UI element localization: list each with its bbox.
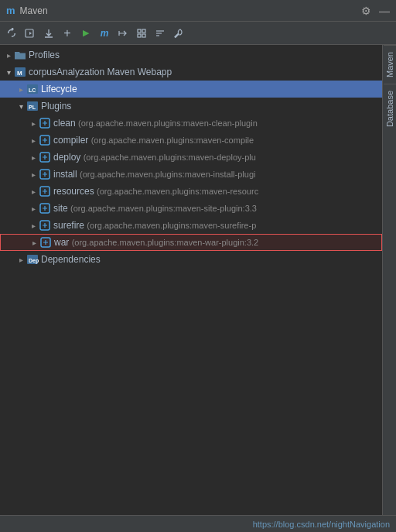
tree-arrow: ▸ — [28, 152, 39, 163]
download-button[interactable] — [40, 25, 57, 42]
status-url: https://blog.csdn.net/nightNavigation — [253, 520, 390, 529]
tree-arrow: ▸ — [15, 84, 26, 94]
tree-item-site[interactable]: ▸ site (org.apache.maven.plugins:maven-s… — [0, 200, 382, 217]
tree-arrow: ▸ — [28, 203, 39, 214]
play-button[interactable]: ▶ — [77, 25, 94, 42]
svg-rect-2 — [138, 29, 141, 33]
status-bar: https://blog.csdn.net/nightNavigation — [0, 515, 396, 532]
tree-arrow: ▾ — [3, 67, 14, 77]
tree-item-install[interactable]: ▸ install (org.apache.maven.plugins:mave… — [0, 166, 382, 183]
tree-label-lifecycle: Lifecycle — [41, 84, 77, 94]
tree-item-compiler[interactable]: ▸ compiler (org.apache.maven.plugins:mav… — [0, 132, 382, 149]
tree-item-dependencies[interactable]: ▸ Dep Dependencies — [0, 251, 382, 268]
tree-item-resources[interactable]: ▸ resources (org.apache.maven.plugins:ma… — [0, 183, 382, 200]
tree-arrow: ▸ — [3, 50, 14, 60]
tree-icon-surefire — [39, 219, 51, 232]
tree-icon-install — [39, 168, 51, 180]
svg-text:Dep: Dep — [29, 258, 39, 264]
tree-arrow: ▸ — [29, 237, 39, 248]
svg-rect-3 — [142, 29, 145, 33]
update-button[interactable] — [133, 25, 150, 42]
minimize-icon[interactable]: — — [379, 5, 390, 17]
title-bar-title: Maven — [20, 5, 48, 16]
add-button[interactable]: + — [59, 25, 76, 42]
tree-arrow: ▸ — [28, 118, 39, 129]
run-config-button[interactable] — [22, 25, 39, 42]
database-tab[interactable]: Database — [384, 84, 396, 133]
gear-icon[interactable]: ⚙ — [361, 5, 371, 17]
tree-icon-profiles — [14, 49, 26, 61]
tree-icon-compiler — [39, 134, 51, 146]
tree-item-lifecycle[interactable]: ▸ LC Lifecycle — [0, 81, 382, 98]
tree-label-compiler: compiler (org.apache.maven.plugins:maven… — [53, 135, 254, 146]
tree-label-plugins: Plugins — [41, 101, 71, 112]
title-bar-left: m Maven — [6, 5, 48, 16]
svg-text:LC: LC — [29, 88, 36, 93]
tree-label-resources: resources (org.apache.maven.plugins:mave… — [53, 186, 258, 197]
right-sidebar: Maven Database — [382, 45, 396, 515]
tree-label-profiles: Profiles — [29, 50, 60, 60]
wrench-button[interactable] — [170, 25, 187, 42]
tree-icon-plugins: PL — [26, 100, 39, 112]
tree-icon-war — [39, 236, 52, 249]
tree-icon-lifecycle: LC — [26, 83, 39, 95]
main-layout: ▸ Profiles ▾ M corpusAnalyzation Maven W… — [0, 45, 396, 515]
tree-arrow: ▸ — [28, 186, 39, 197]
tree-arrow: ▸ — [28, 169, 39, 180]
title-bar-maven-icon: m — [6, 5, 15, 16]
maven-tree[interactable]: ▸ Profiles ▾ M corpusAnalyzation Maven W… — [0, 45, 382, 515]
tree-label-dependencies: Dependencies — [41, 254, 101, 265]
title-bar: m Maven ⚙ — — [0, 0, 396, 22]
tree-item-surefire[interactable]: ▸ surefire (org.apache.maven.plugins:mav… — [0, 217, 382, 234]
tree-icon-deploy — [39, 151, 51, 163]
tree-icon-dependencies: Dep — [26, 253, 39, 266]
svg-text:PL: PL — [29, 105, 36, 110]
maven-panel: ▸ Profiles ▾ M corpusAnalyzation Maven W… — [0, 45, 382, 515]
tree-label-surefire: surefire (org.apache.maven.plugins:maven… — [53, 220, 256, 231]
maven-button[interactable]: m — [96, 25, 113, 42]
maven-tab[interactable]: Maven — [384, 45, 396, 84]
tree-label-site: site (org.apache.maven.plugins:maven-sit… — [53, 203, 257, 214]
tree-icon-site — [39, 202, 51, 215]
toolbar: + ▶ m — [0, 22, 396, 45]
tree-icon-clean — [39, 117, 51, 129]
sort-button[interactable] — [152, 25, 169, 42]
svg-rect-4 — [138, 34, 141, 37]
tree-item-clean[interactable]: ▸ clean (org.apache.maven.plugins:maven-… — [0, 115, 382, 132]
tree-item-plugins[interactable]: ▾ PL Plugins — [0, 98, 382, 115]
tree-label-war: war (org.apache.maven.plugins:maven-war-… — [54, 237, 258, 248]
tree-label-install: install (org.apache.maven.plugins:maven-… — [53, 169, 255, 180]
tree-item-war[interactable]: ▸ war (org.apache.maven.plugins:maven-wa… — [0, 234, 382, 251]
tree-arrow: ▾ — [15, 101, 26, 112]
tree-label-project: corpusAnalyzation Maven Webapp — [29, 67, 172, 77]
title-bar-right: ⚙ — — [361, 5, 390, 17]
tree-item-profiles[interactable]: ▸ Profiles — [0, 46, 382, 63]
tree-label-deploy: deploy (org.apache.maven.plugins:maven-d… — [53, 152, 256, 163]
tree-item-deploy[interactable]: ▸ deploy (org.apache.maven.plugins:maven… — [0, 149, 382, 166]
tree-icon-project: M — [14, 66, 26, 78]
refresh-button[interactable] — [3, 25, 20, 42]
tree-arrow: ▸ — [15, 254, 26, 265]
tree-icon-resources — [39, 185, 51, 197]
svg-text:M: M — [17, 70, 22, 77]
tree-arrow: ▸ — [28, 135, 39, 146]
svg-rect-5 — [142, 34, 145, 37]
tree-arrow: ▸ — [28, 220, 39, 231]
skip-tests-button[interactable] — [114, 25, 131, 42]
tree-item-project[interactable]: ▾ M corpusAnalyzation Maven Webapp — [0, 63, 382, 81]
tree-label-clean: clean (org.apache.maven.plugins:maven-cl… — [53, 118, 258, 129]
